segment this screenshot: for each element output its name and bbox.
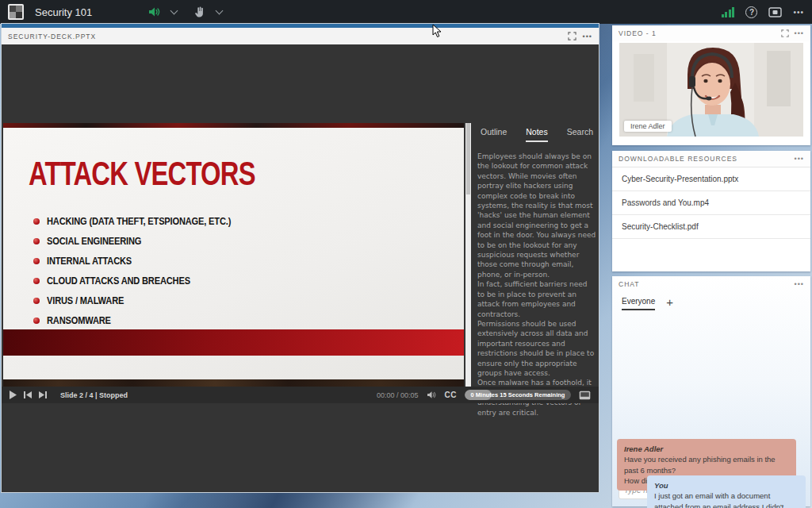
- add-chat-tab-button[interactable]: +: [666, 298, 673, 306]
- slide-bullet: HACKING (DATA THEFT, ETSPIONAGE, ETC.): [47, 215, 231, 227]
- bullet-dot-icon: [33, 258, 40, 264]
- tab-search[interactable]: Search: [567, 127, 593, 142]
- resources-pod-menu-icon[interactable]: •••: [795, 155, 804, 163]
- hand-menu-chevron-icon[interactable]: [216, 7, 224, 15]
- raise-hand-button[interactable]: [191, 3, 209, 21]
- bullet-dot-icon: [33, 318, 40, 324]
- presentation-slide: ATTACK VECTORS HACKING (DATA THEFT, ETSP…: [3, 123, 464, 388]
- chat-pod-title: CHAT: [619, 280, 640, 288]
- connection-strength-icon[interactable]: [722, 7, 735, 17]
- slide-status-label: Slide 2 / 4 | Stopped: [60, 391, 128, 399]
- chat-message-list: Irene Adler Have you received any phishi…: [612, 310, 810, 480]
- bullet-dot-icon: [33, 298, 40, 304]
- playback-time-label: 00:00 / 00:05: [377, 391, 419, 399]
- share-pod: SECURITY-DECK.PPTX ••• ATTACK VECTORS HA…: [2, 24, 599, 492]
- speaker-audio-button[interactable]: [146, 3, 163, 21]
- slide-bullet-list: HACKING (DATA THEFT, ETSPIONAGE, ETC.) S…: [33, 215, 271, 326]
- bullet-dot-icon: [33, 218, 40, 225]
- bullet-dot-icon: [33, 278, 40, 284]
- play-button[interactable]: [10, 391, 17, 399]
- slide-bullet: SOCIAL ENGINEERING: [47, 235, 141, 247]
- slide-bullet: VIRUS / MALWARE: [47, 294, 124, 306]
- slide-bullet: INTERNAL ATTACKS: [47, 255, 132, 267]
- notes-paragraph: In fact, sufficient barriers need to be …: [477, 279, 596, 319]
- time-remaining-label: 0 Minutes 15 Seconds Remaining: [465, 390, 571, 400]
- playback-control-bar: Slide 2 / 4 | Stopped 00:00 / 00:05 CC 0…: [2, 387, 599, 403]
- chat-message-outgoing: You I just got an email with a document …: [647, 475, 806, 508]
- fullscreen-icon[interactable]: [568, 32, 576, 40]
- speaker-icon: [148, 6, 161, 17]
- previous-slide-button[interactable]: [24, 391, 32, 398]
- chat-tab-everyone[interactable]: Everyone: [622, 297, 655, 310]
- speaker-menu-chevron-icon[interactable]: [170, 7, 178, 15]
- chat-pod: CHAT ••• Everyone + Irene Adler Have you…: [612, 276, 810, 506]
- slide-notes-text: Employees should always be on the lookou…: [477, 152, 596, 418]
- share-pod-title: SECURITY-DECK.PPTX: [8, 33, 96, 40]
- resource-item[interactable]: Cyber-Security-Presentation.pptx: [612, 167, 810, 191]
- resources-pod-title: DOWNLOADABLE RESOURCES: [619, 155, 737, 163]
- downloadable-resources-pod: DOWNLOADABLE RESOURCES ••• Cyber-Securit…: [612, 151, 810, 271]
- chat-text: I just got an email with a document atta…: [654, 491, 799, 508]
- meeting-top-bar: Security 101 ? •••: [0, 0, 812, 24]
- video-pod-menu-icon[interactable]: •••: [795, 29, 804, 37]
- closed-captions-button[interactable]: CC: [445, 391, 457, 399]
- webcam-video[interactable]: Irene Adler: [619, 43, 803, 137]
- fullscreen-icon[interactable]: [781, 29, 789, 37]
- time-remaining-bar: 0 Minutes 15 Seconds Remaining: [465, 390, 571, 400]
- resource-item[interactable]: Passwords and You.mp4: [612, 191, 810, 215]
- app-logo: [8, 4, 24, 20]
- next-slide-button[interactable]: [39, 391, 47, 398]
- tab-notes[interactable]: Notes: [526, 127, 547, 142]
- help-icon[interactable]: ?: [745, 6, 757, 18]
- volume-icon[interactable]: [427, 391, 437, 399]
- notes-paragraph: Employees should always be on the lookou…: [477, 152, 596, 279]
- share-pod-menu-icon[interactable]: •••: [583, 33, 592, 40]
- participant-name-label: Irene Adler: [624, 121, 672, 132]
- share-pod-content: ATTACK VECTORS HACKING (DATA THEFT, ETSP…: [2, 44, 599, 492]
- hand-icon: [194, 6, 205, 18]
- tab-outline[interactable]: Outline: [481, 127, 507, 142]
- video-pod: VIDEO - 1 •••: [612, 25, 810, 145]
- slide-red-band: [3, 329, 464, 356]
- chat-author: Irene Adler: [624, 444, 789, 454]
- bullet-dot-icon: [33, 238, 40, 244]
- screen-share-icon[interactable]: [768, 7, 782, 17]
- slide-scrollbar[interactable]: [465, 123, 471, 388]
- notes-panel: Outline Notes Search Employees should al…: [477, 127, 596, 418]
- notes-paragraph: Permissions should be used extensively a…: [477, 319, 596, 378]
- chat-author: You: [654, 480, 799, 491]
- video-pod-title: VIDEO - 1: [619, 29, 657, 37]
- chat-pod-menu-icon[interactable]: •••: [795, 280, 804, 288]
- meeting-title: Security 101: [35, 6, 92, 18]
- slide-title: ATTACK VECTORS: [29, 155, 255, 193]
- presenter-view-icon[interactable]: [579, 391, 591, 400]
- slide-bullet: CLOUD ATTACKS AND BREACHES: [47, 275, 190, 287]
- topbar-menu-icon[interactable]: •••: [793, 8, 804, 17]
- share-pod-header: SECURITY-DECK.PPTX •••: [2, 28, 599, 44]
- resource-item[interactable]: Security-Checklist.pdf: [612, 215, 810, 239]
- slide-bullet: RANSOMWARE: [47, 314, 111, 326]
